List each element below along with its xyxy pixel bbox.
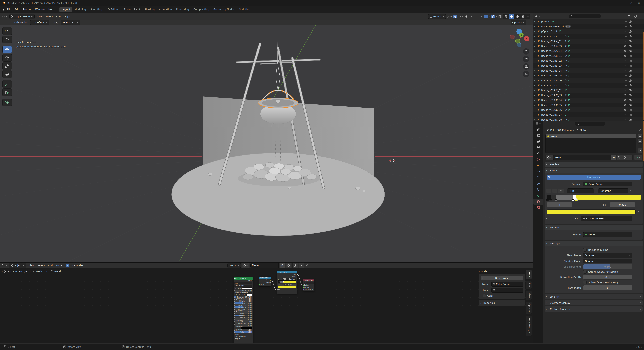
sss-checkbox[interactable] (583, 281, 586, 284)
principled-row[interactable]: Subsurface Anisotropy0.000 (234, 298, 252, 300)
node-principled-bsdf[interactable]: ▾Principled BSDF BSDF GGX▾ Random Walk▾ … (233, 277, 253, 343)
material-name-field[interactable]: Metal (553, 155, 611, 160)
outliner-row-pdisc1[interactable]: ▸pDisc1 (533, 19, 644, 24)
disable-render-icon[interactable] (629, 74, 632, 76)
ramp-stop-4[interactable] (575, 198, 578, 202)
hide-viewport-icon[interactable] (624, 99, 626, 101)
properties-tab-physics[interactable] (533, 180, 544, 187)
panel-settings[interactable]: ▾Settings Backface Culling Blend Mode Op… (545, 241, 643, 293)
principled-row[interactable]: Subsurface0.000 (234, 290, 252, 291)
menu-render[interactable]: Render (21, 7, 33, 12)
hide-viewport-icon[interactable] (624, 55, 626, 57)
breadcrumb-expand-icon[interactable]: ▸ (2, 270, 3, 272)
properties-tab-material[interactable] (533, 199, 544, 205)
new-collection-icon[interactable] (634, 15, 637, 18)
fake-user-button[interactable] (286, 263, 291, 268)
overlays-toggle[interactable] (491, 15, 495, 18)
color-ramp-bar[interactable] (547, 195, 641, 200)
tool-cursor-button[interactable] (2, 36, 12, 44)
sidebar-tab-options[interactable]: Options (526, 302, 532, 314)
outliner-editor-icon[interactable] (534, 15, 537, 18)
panel-surface[interactable]: ▾Surface Use Nodes Surface Color Ramp (545, 168, 643, 224)
resize-grip-icon[interactable] (590, 151, 593, 152)
shader-menu-add[interactable]: Add (46, 264, 54, 268)
filter-chevron-icon[interactable] (631, 15, 633, 17)
hide-viewport-icon[interactable] (624, 74, 626, 76)
node-label-input[interactable] (492, 288, 523, 292)
shader-menu-view[interactable]: View (27, 264, 36, 268)
disable-render-icon[interactable] (629, 40, 632, 42)
outliner-search[interactable] (569, 14, 601, 18)
editor-type-icon[interactable] (2, 15, 5, 18)
outliner-scrollbar[interactable] (643, 32, 644, 120)
material-name-field[interactable]: Metal (250, 263, 278, 268)
fac-field[interactable]: Shader to RGB (581, 216, 632, 221)
viewport-menu-add[interactable]: Add (54, 14, 62, 18)
principled-row[interactable]: Subsurface Color (234, 294, 253, 296)
properties-editor-icon[interactable] (536, 122, 539, 125)
workspace-tab-uv-editing[interactable]: UV Editing (104, 7, 122, 12)
principled-row[interactable]: Clearcoat Normal (234, 336, 253, 338)
properties-tab-data[interactable] (533, 193, 544, 199)
hide-viewport-icon[interactable] (624, 50, 626, 52)
workspace-tab-animation[interactable]: Animation (157, 7, 174, 12)
workspace-tab-layout[interactable]: Layout (60, 7, 72, 12)
viewport-3d[interactable]: Z Y X ‹ Object Mode ViewSelectAddObj (0, 14, 533, 262)
outliner-row-rocks_v014-b_04[interactable]: ▸Rocks_v014:B_04 (533, 68, 644, 73)
principled-row[interactable]: Clearcoat0.000 (234, 317, 252, 318)
disclosure-icon[interactable]: ▸ (534, 45, 536, 47)
ssr-checkbox[interactable] (583, 270, 586, 274)
remove-slot-button[interactable] (638, 139, 643, 144)
hide-viewport-icon[interactable] (624, 65, 626, 67)
disclosure-icon[interactable]: ▸ (534, 40, 536, 42)
outliner-row-rocks_v014-b_01[interactable]: ▸Rocks_v014:B_01 (533, 54, 644, 58)
principled-row[interactable]: Subsurface IOR1.400 (234, 296, 252, 298)
outliner-row-rocks_v014-b_02[interactable]: ▸Rocks_v014:B_02 (533, 58, 644, 63)
outliner-row-rocks_v014-a_01[interactable]: ▸Rocks_v014:A_01 (533, 34, 644, 39)
disable-render-icon[interactable] (629, 25, 632, 28)
pass-index-slider[interactable]: 0 (583, 285, 632, 290)
shading-rendered-button[interactable] (520, 14, 526, 19)
editor-type-chevron-icon[interactable] (6, 16, 8, 18)
disable-render-icon[interactable] (629, 89, 632, 91)
panel-line-art[interactable]: ▸Line Art (545, 294, 643, 299)
sidebar-tab-view[interactable]: View (526, 291, 532, 300)
material-users-count[interactable]: 6 (280, 263, 285, 268)
ramp-color-mode-select[interactable]: RGB (567, 188, 594, 193)
hide-viewport-icon[interactable] (624, 84, 626, 86)
clip-threshold-slider[interactable]: 0.500 (583, 264, 632, 269)
use-nodes-button[interactable]: Use Nodes (547, 175, 641, 180)
shader-menu-select[interactable]: Select (36, 264, 46, 268)
node-ramp-color[interactable] (278, 286, 296, 288)
hide-viewport-icon[interactable] (624, 94, 626, 96)
disable-render-icon[interactable] (629, 114, 632, 116)
properties-tab-view-layer[interactable] (533, 144, 544, 150)
outliner-row-rocks_v014-b_06[interactable]: ▸Rocks_v014:B_06 (533, 78, 644, 83)
node-canvas[interactable]: ▸ Pot_v004:Pot_geo › Mesh.015 › Metal ▾P… (0, 268, 533, 343)
copy-material-button[interactable] (622, 155, 627, 160)
mode-selector[interactable]: Object Mode (10, 14, 34, 19)
workspace-tab-texture-paint[interactable]: Texture Paint (122, 7, 142, 12)
disclosure-icon[interactable]: ▸ (534, 104, 536, 106)
shader-type-select[interactable]: Object (9, 263, 26, 268)
blender-menu-icon[interactable] (2, 8, 5, 11)
outliner-editor-chevron-icon[interactable] (538, 15, 540, 17)
shader-editor-chevron-icon[interactable] (5, 264, 7, 266)
outliner-row-rocks_v014-c_06[interactable]: ▸Rocks_v014:C_06 (533, 108, 644, 112)
properties-search[interactable] (575, 122, 605, 126)
panel-viewport-display[interactable]: ▸Viewport Display (545, 300, 643, 306)
principled-row[interactable]: Anisotropic0.000 (234, 308, 252, 310)
tool-rotate-button[interactable] (2, 54, 12, 62)
menu-help[interactable]: Help (47, 7, 56, 12)
principled-row[interactable]: Specular0.500 (234, 302, 252, 304)
pin-icon[interactable] (639, 129, 641, 131)
slot-row[interactable]: Metal (546, 134, 636, 138)
node-shader-to-rgb[interactable]: ▾Shader to RGB Color Alpha Shader (259, 276, 271, 286)
color-subpanel[interactable]: ▸ Color (481, 294, 523, 297)
properties-tab-modifiers[interactable] (533, 168, 544, 174)
hide-viewport-icon[interactable] (624, 119, 626, 121)
sidebar-tab-node[interactable]: Node (526, 270, 532, 279)
disclosure-icon[interactable]: ▸ (534, 94, 536, 96)
disable-render-icon[interactable] (629, 84, 632, 86)
disclosure-icon[interactable]: ▸ (534, 114, 536, 116)
